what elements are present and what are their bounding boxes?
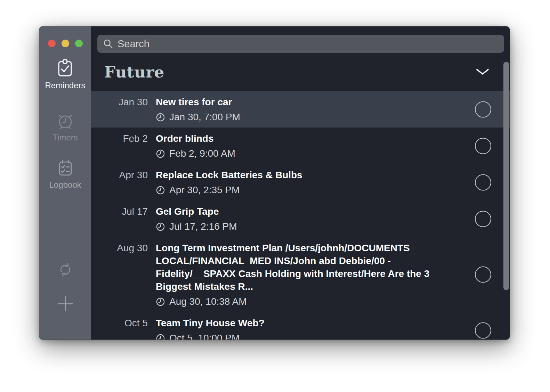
reminder-due-text: Apr 30, 2:35 PM xyxy=(169,184,240,196)
reminder-checkbox[interactable] xyxy=(475,174,491,190)
clipboard-check-icon xyxy=(54,57,76,79)
sidebar-item-reminders[interactable]: Reminders xyxy=(45,57,85,90)
reminder-due-text: Aug 30, 10:38 AM xyxy=(169,296,247,308)
list-header: Future xyxy=(91,53,510,91)
sync-arrows-icon[interactable] xyxy=(56,261,74,279)
reminder-date: Jul 17 xyxy=(91,205,148,218)
clock-icon xyxy=(156,334,165,340)
reminder-checkbox[interactable] xyxy=(475,138,491,154)
reminder-content: Order blinds Feb 2, 9:00 AM xyxy=(156,132,235,160)
reminder-content: New tires for car Jan 30, 7:00 PM xyxy=(156,96,240,123)
scrollbar-thumb[interactable] xyxy=(503,62,509,290)
reminder-due-text: Jan 30, 7:00 PM xyxy=(169,111,240,123)
minimize-button[interactable] xyxy=(62,40,69,47)
search-bar[interactable] xyxy=(97,35,504,53)
alarm-clock-icon xyxy=(55,111,76,131)
sidebar: Reminders Timers xyxy=(39,26,91,340)
reminder-content: Replace Lock Batteries & Bulbs Apr 30, 2… xyxy=(156,169,302,196)
reminder-list: Jan 30 New tires for car Jan 30, 7:00 PM… xyxy=(91,91,510,340)
reminder-due: Feb 2, 9:00 AM xyxy=(156,148,235,160)
reminder-title: Team Tiny House Web? xyxy=(156,317,265,329)
clock-icon xyxy=(156,149,165,158)
zoom-button[interactable] xyxy=(75,40,83,47)
sidebar-item-label: Timers xyxy=(52,133,78,142)
reminder-due: Oct 5, 10:00 PM xyxy=(156,332,265,340)
reminder-row[interactable]: Oct 5 Team Tiny House Web? Oct 5, 10:00 … xyxy=(91,312,510,340)
reminder-due: Apr 30, 2:35 PM xyxy=(156,184,302,196)
clock-icon xyxy=(156,222,165,231)
reminder-content: Gel Grip Tape Jul 17, 2:16 PM xyxy=(156,205,237,232)
reminder-checkbox[interactable] xyxy=(475,101,491,117)
reminder-row[interactable]: Jan 30 New tires for car Jan 30, 7:00 PM xyxy=(91,91,510,128)
checklist-icon xyxy=(55,158,76,179)
sidebar-bottom xyxy=(55,261,75,314)
reminder-date: Aug 30 xyxy=(91,242,148,254)
reminder-checkbox[interactable] xyxy=(475,267,491,283)
sidebar-item-logbook[interactable]: Logbook xyxy=(49,158,81,190)
plus-icon[interactable] xyxy=(55,294,75,314)
reminder-date: Jan 30 xyxy=(91,96,148,108)
reminder-title: Long Term Investment Plan /Users/johnh/D… xyxy=(156,242,454,293)
reminder-title: New tires for car xyxy=(156,96,240,108)
reminder-checkbox[interactable] xyxy=(475,211,491,227)
reminder-due-text: Oct 5, 10:00 PM xyxy=(169,332,240,340)
close-button[interactable] xyxy=(48,40,56,47)
sidebar-item-label: Reminders xyxy=(45,81,85,90)
reminder-row[interactable]: Aug 30 Long Term Investment Plan /Users/… xyxy=(91,237,510,312)
reminder-date: Apr 30 xyxy=(91,169,148,181)
reminder-content: Long Term Investment Plan /Users/johnh/D… xyxy=(156,242,454,308)
reminder-checkbox[interactable] xyxy=(475,322,491,338)
reminder-row[interactable]: Feb 2 Order blinds Feb 2, 9:00 AM xyxy=(91,128,510,164)
reminder-title: Replace Lock Batteries & Bulbs xyxy=(156,169,302,181)
clock-icon xyxy=(156,113,165,122)
reminder-due-text: Feb 2, 9:00 AM xyxy=(169,148,235,160)
sidebar-item-label: Logbook xyxy=(49,180,81,190)
reminder-content: Team Tiny House Web? Oct 5, 10:00 PM xyxy=(156,317,265,340)
reminder-title: Order blinds xyxy=(156,132,235,145)
reminder-row[interactable]: Jul 17 Gel Grip Tape Jul 17, 2:16 PM xyxy=(91,201,510,237)
search-icon xyxy=(103,39,113,49)
main-panel: Future Jan 30 New tires for car Jan 30, … xyxy=(91,26,510,340)
search-input[interactable] xyxy=(117,38,499,50)
reminder-due: Aug 30, 10:38 AM xyxy=(156,296,454,308)
reminder-due: Jan 30, 7:00 PM xyxy=(156,111,240,123)
app-window: Reminders Timers xyxy=(39,26,510,340)
clock-icon xyxy=(156,297,165,307)
search-area xyxy=(91,26,510,53)
reminder-due: Jul 17, 2:16 PM xyxy=(156,221,237,232)
clock-icon xyxy=(156,186,165,195)
list-title: Future xyxy=(104,63,164,81)
sidebar-item-timers[interactable]: Timers xyxy=(52,111,78,142)
reminder-date: Oct 5 xyxy=(91,317,148,329)
reminder-row[interactable]: Apr 30 Replace Lock Batteries & Bulbs Ap… xyxy=(91,164,510,201)
chevron-down-icon[interactable] xyxy=(476,68,490,76)
reminder-title: Gel Grip Tape xyxy=(156,205,237,218)
reminder-due-text: Jul 17, 2:16 PM xyxy=(169,221,237,232)
window-controls xyxy=(48,40,83,47)
reminder-date: Feb 2 xyxy=(91,132,148,145)
